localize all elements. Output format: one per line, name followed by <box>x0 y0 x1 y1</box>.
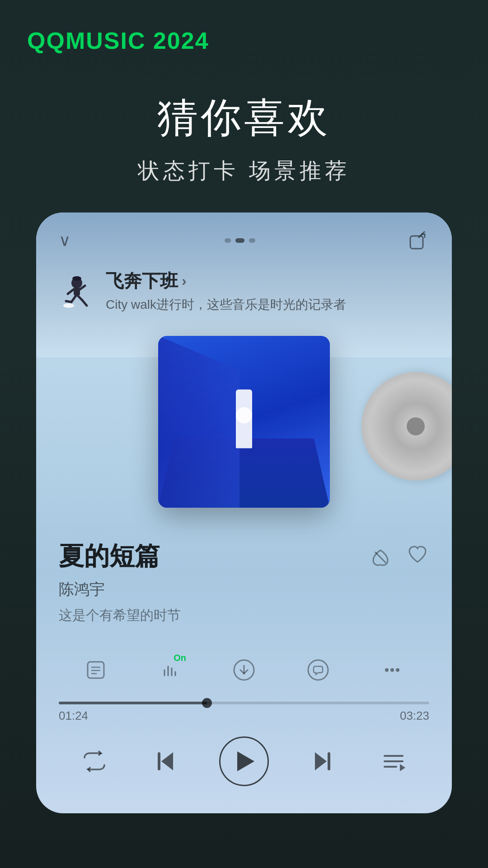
svg-line-10 <box>82 300 87 306</box>
svg-line-8 <box>66 301 71 302</box>
progress-section[interactable]: 01:24 03:23 <box>36 697 452 727</box>
download-icon <box>231 657 257 683</box>
sub-title: 状态打卡 场景推荐 <box>0 156 488 185</box>
svg-marker-26 <box>161 752 173 770</box>
previous-icon <box>152 748 179 775</box>
lyrics-icon <box>84 658 108 682</box>
page-dots <box>225 238 255 243</box>
comment-icon <box>305 657 331 683</box>
next-icon <box>309 748 336 775</box>
svg-point-25 <box>396 668 399 672</box>
playback-controls <box>36 727 452 791</box>
song-info: 夏的短篇 陈鸿宇 这是个有希望的时节 <box>36 526 452 634</box>
more-button[interactable] <box>374 652 410 688</box>
music-player-card: ∨ <box>36 212 452 813</box>
play-icon <box>237 751 254 771</box>
like-icon[interactable] <box>406 543 429 572</box>
progress-track[interactable] <box>59 702 429 704</box>
vinyl-disc <box>361 372 452 481</box>
svg-line-7 <box>71 296 76 302</box>
pitch-button[interactable]: On <box>152 652 188 688</box>
time-current: 01:24 <box>59 709 88 723</box>
svg-point-3 <box>72 276 81 281</box>
album-art <box>158 336 330 508</box>
svg-point-22 <box>308 660 328 680</box>
svg-marker-28 <box>315 752 327 770</box>
dot-2 <box>235 238 244 243</box>
song-text: 夏的短篇 陈鸿宇 这是个有希望的时节 <box>59 539 181 625</box>
download-button[interactable] <box>226 652 262 688</box>
progress-fill <box>59 702 207 704</box>
song-actions <box>369 543 429 572</box>
svg-point-1 <box>63 303 74 308</box>
song-artist: 陈鸿宇 <box>59 579 181 600</box>
queue-button[interactable] <box>375 743 412 779</box>
svg-point-24 <box>390 668 394 672</box>
svg-rect-29 <box>328 752 330 770</box>
scene-desc: City walk进行时，这些音乐是时光的记录者 <box>106 296 346 313</box>
progress-thumb[interactable] <box>202 698 212 708</box>
song-comment: 这是个有希望的时节 <box>59 606 181 625</box>
more-icon <box>380 658 404 682</box>
repeat-button[interactable] <box>76 743 113 779</box>
svg-point-23 <box>385 668 389 672</box>
song-title: 夏的短篇 <box>59 539 181 574</box>
svg-marker-33 <box>400 764 405 771</box>
queue-icon <box>380 748 407 775</box>
scene-text-block: 飞奔下班 › City walk进行时，这些音乐是时光的记录者 <box>106 269 346 313</box>
album-section <box>36 327 452 526</box>
lyrics-button[interactable] <box>78 652 114 688</box>
control-bar: On <box>36 634 452 697</box>
runner-icon <box>59 273 95 309</box>
dislike-icon[interactable] <box>369 546 392 569</box>
on-label: On <box>174 653 186 663</box>
play-button[interactable] <box>219 736 269 786</box>
chevron-down-icon[interactable]: ∨ <box>59 231 70 250</box>
repeat-icon <box>81 750 108 773</box>
progress-times: 01:24 03:23 <box>59 709 429 723</box>
title-section: 猜你喜欢 状态打卡 场景推荐 <box>0 54 488 212</box>
comment-button[interactable] <box>300 652 336 688</box>
time-total: 03:23 <box>400 709 429 723</box>
svg-line-5 <box>68 289 74 294</box>
svg-rect-0 <box>410 236 423 249</box>
scene-arrow-icon: › <box>182 273 187 289</box>
app-header: QQMUSIC 2024 <box>0 0 488 54</box>
next-button[interactable] <box>304 743 340 779</box>
scene-banner[interactable]: 飞奔下班 › City walk进行时，这些音乐是时光的记录者 <box>36 259 452 327</box>
card-topbar: ∨ <box>36 212 452 259</box>
dot-1 <box>225 238 231 243</box>
svg-rect-27 <box>158 752 160 770</box>
logo-text: QQMUSIC 2024 <box>27 27 209 54</box>
main-title: 猜你喜欢 <box>0 90 488 146</box>
scene-title: 飞奔下班 › <box>106 269 346 293</box>
app-logo: QQMUSIC 2024 <box>27 27 461 54</box>
share-icon[interactable] <box>409 231 429 250</box>
previous-button[interactable] <box>148 743 184 779</box>
dot-3 <box>249 238 255 243</box>
